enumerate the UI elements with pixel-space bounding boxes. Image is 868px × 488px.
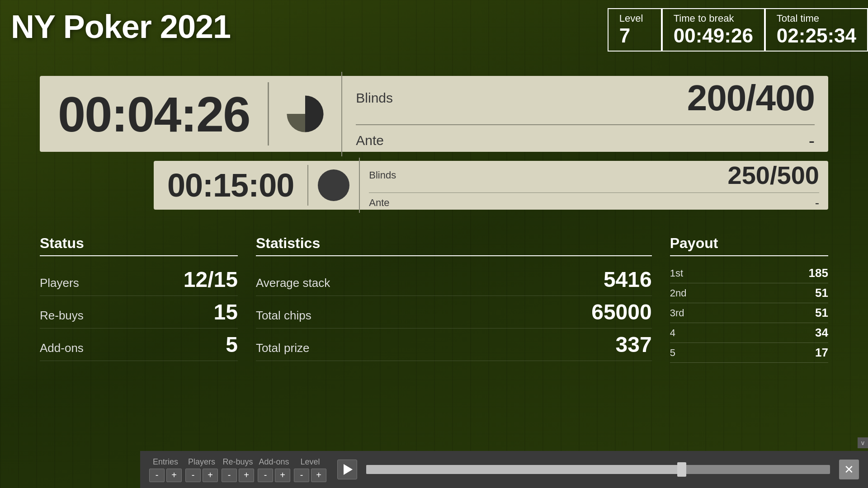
rebuys-label: Re-buys [40, 309, 84, 323]
current-divider [268, 82, 269, 145]
current-ante-row: Ante - [356, 125, 815, 156]
level-buttons: - + [294, 469, 326, 482]
total-prize-row: Total prize 337 [256, 328, 652, 361]
players-buttons: - + [185, 469, 218, 482]
statistics-title: Statistics [256, 235, 652, 256]
total-prize-value: 337 [616, 332, 652, 357]
total-time-label: Total time [777, 13, 856, 24]
progress-bar[interactable] [366, 465, 830, 474]
addons-row: Add-ons 5 [40, 328, 238, 361]
status-title: Status [40, 235, 238, 256]
app-title: NY Poker 2021 [11, 8, 608, 45]
total-time-value: 02:25:34 [777, 24, 856, 47]
progress-fill [366, 465, 682, 474]
payout-value: 17 [815, 346, 828, 360]
version-badge: v [858, 437, 868, 448]
payout-row: 1st185 [670, 263, 828, 283]
addons-value: 5 [226, 332, 238, 357]
payout-value: 34 [815, 326, 828, 340]
rebuys-buttons: - + [222, 469, 254, 482]
players-value: 12/15 [184, 267, 238, 292]
level-value: 7 [619, 24, 650, 47]
level-minus-button[interactable]: - [294, 469, 309, 482]
next-ante-row: Ante - [369, 193, 819, 213]
current-level-icon [278, 87, 332, 141]
next-blinds-section: Blinds 250/500 Ante - [359, 158, 828, 213]
total-time-box: Total time 02:25:34 [765, 8, 868, 52]
rebuys-plus-button[interactable]: + [239, 469, 254, 482]
next-level-card: 00:15:00 Blinds 250/500 Ante - [154, 161, 828, 210]
next-timer: 00:15:00 [154, 167, 307, 204]
level-label: Level [619, 13, 650, 24]
next-blinds-row: Blinds 250/500 [369, 158, 819, 192]
play-button[interactable] [337, 460, 357, 479]
bottom-section: Status Players 12/15 Re-buys 15 Add-ons … [40, 235, 828, 363]
header-stats: Level 7 Time to break 00:49:26 Total tim… [608, 8, 868, 52]
avg-stack-row: Average stack 5416 [256, 263, 652, 296]
avg-stack-value: 5416 [604, 267, 652, 292]
controls-bar: v Entries - + Players - + Re-buys - + Ad… [140, 451, 868, 488]
payout-value: 51 [815, 286, 828, 300]
addons-plus-button[interactable]: + [275, 469, 290, 482]
total-chips-row: Total chips 65000 [256, 296, 652, 328]
payout-title: Payout [670, 235, 828, 256]
progress-thumb[interactable] [677, 462, 686, 477]
current-timer: 00:04:26 [40, 85, 268, 143]
statistics-panel: Statistics Average stack 5416 Total chip… [247, 235, 661, 363]
header: NY Poker 2021 Level 7 Time to break 00:4… [0, 0, 868, 52]
current-blinds-label: Blinds [356, 90, 393, 106]
addons-buttons: - + [258, 469, 290, 482]
current-blinds-row: Blinds 200/400 [356, 72, 815, 124]
payout-place: 2nd [670, 287, 687, 299]
payout-row: 434 [670, 323, 828, 343]
leaf-icon [285, 94, 326, 134]
time-to-break-label: Time to break [674, 13, 753, 24]
close-button[interactable]: ✕ [839, 460, 859, 479]
rebuys-minus-button[interactable]: - [222, 469, 237, 482]
payout-row: 2nd51 [670, 283, 828, 303]
entries-buttons: - + [149, 469, 182, 482]
entries-plus-button[interactable]: + [166, 469, 182, 482]
level-plus-button[interactable]: + [311, 469, 326, 482]
level-ctrl-label: Level [300, 457, 320, 467]
payout-place: 1st [670, 267, 683, 279]
total-chips-value: 65000 [591, 300, 651, 324]
players-row: Players 12/15 [40, 263, 238, 296]
current-blinds-section: Blinds 200/400 Ante - [341, 72, 828, 156]
next-blinds-value: 250/500 [728, 160, 819, 190]
entries-control: Entries - + [149, 457, 182, 482]
payout-panel: Payout 1st1852nd513rd51434517 [661, 235, 828, 363]
current-blinds-value: 200/400 [687, 77, 815, 119]
addons-minus-button[interactable]: - [258, 469, 273, 482]
players-ctrl-label: Players [188, 457, 215, 467]
next-level-icon [316, 167, 352, 203]
addons-ctrl-label: Add-ons [259, 457, 289, 467]
rebuys-row: Re-buys 15 [40, 296, 238, 328]
players-minus-button[interactable]: - [185, 469, 201, 482]
rebuys-ctrl-label: Re-buys [222, 457, 253, 467]
entries-label: Entries [153, 457, 178, 467]
payout-place: 3rd [670, 307, 684, 319]
payout-row: 517 [670, 343, 828, 363]
payout-rows: 1st1852nd513rd51434517 [670, 263, 828, 363]
entries-minus-button[interactable]: - [149, 469, 165, 482]
play-icon [344, 464, 353, 475]
next-blinds-label: Blinds [369, 169, 396, 181]
addons-label: Add-ons [40, 341, 84, 355]
addons-control: Add-ons - + [258, 457, 290, 482]
players-plus-button[interactable]: + [203, 469, 218, 482]
level-control: Level - + [294, 457, 326, 482]
payout-place: 5 [670, 347, 675, 359]
circle-icon [318, 169, 349, 201]
rebuys-control: Re-buys - + [222, 457, 254, 482]
current-level-card: 00:04:26 Blinds 200/400 Ante - [40, 76, 828, 152]
time-to-break-box: Time to break 00:49:26 [662, 8, 765, 52]
total-chips-label: Total chips [256, 309, 311, 323]
payout-row: 3rd51 [670, 303, 828, 323]
current-ante-label: Ante [356, 133, 384, 148]
time-to-break-value: 00:49:26 [674, 24, 753, 47]
next-ante-label: Ante [369, 197, 389, 209]
next-divider [307, 165, 308, 206]
payout-value: 185 [809, 266, 828, 280]
level-box: Level 7 [608, 8, 662, 52]
